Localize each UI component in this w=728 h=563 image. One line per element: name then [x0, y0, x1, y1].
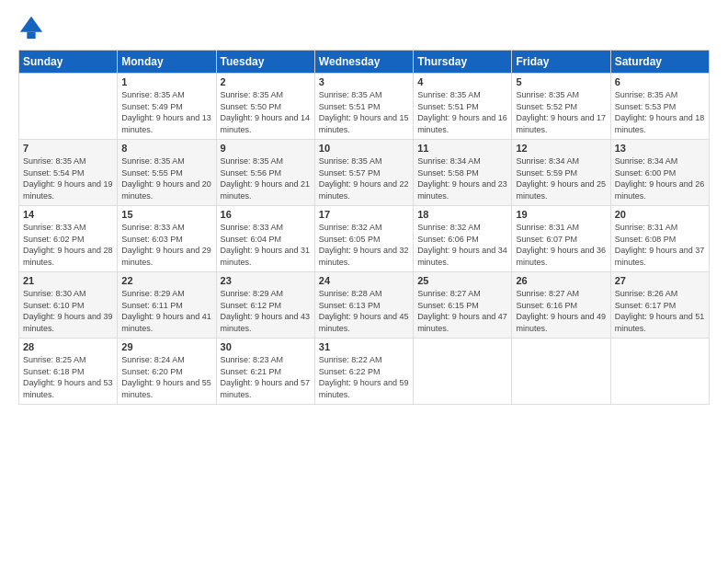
- sunrise-text: Sunrise: 8:35 AM: [319, 90, 382, 99]
- sunset-text: Sunset: 5:55 PM: [121, 168, 183, 178]
- sunrise-text: Sunrise: 8:33 AM: [221, 223, 284, 232]
- calendar-week-1: 1 Sunrise: 8:35 AM Sunset: 5:49 PM Dayli…: [19, 74, 710, 140]
- sunset-text: Sunset: 5:52 PM: [516, 102, 577, 111]
- calendar-cell: 20 Sunrise: 8:31 AM Sunset: 6:08 PM Dayl…: [610, 206, 709, 272]
- sunrise-text: Sunrise: 8:23 AM: [221, 355, 284, 364]
- sunrise-text: Sunrise: 8:33 AM: [23, 223, 86, 232]
- day-info: Sunrise: 8:35 AM Sunset: 5:49 PM Dayligh…: [121, 89, 211, 135]
- sunrise-text: Sunrise: 8:22 AM: [319, 355, 382, 364]
- sunset-text: Sunset: 5:51 PM: [319, 102, 381, 111]
- daylight-text: Daylight: 9 hours and 15 minutes.: [319, 113, 409, 134]
- sunset-text: Sunset: 6:17 PM: [615, 301, 677, 310]
- day-number: 6: [615, 76, 705, 87]
- sunset-text: Sunset: 5:59 PM: [516, 168, 577, 178]
- calendar-cell: [512, 339, 610, 405]
- daylight-text: Daylight: 9 hours and 18 minutes.: [615, 113, 705, 134]
- day-number: 12: [516, 143, 606, 154]
- sunrise-text: Sunrise: 8:35 AM: [221, 90, 284, 99]
- day-number: 14: [23, 209, 113, 220]
- calendar-week-5: 28 Sunrise: 8:25 AM Sunset: 6:18 PM Dayl…: [19, 339, 710, 405]
- day-number: 11: [417, 143, 507, 154]
- sunset-text: Sunset: 6:13 PM: [319, 301, 381, 310]
- header-thursday: Thursday: [414, 51, 512, 74]
- day-info: Sunrise: 8:35 AM Sunset: 5:53 PM Dayligh…: [615, 89, 705, 135]
- daylight-text: Daylight: 9 hours and 36 minutes.: [516, 246, 606, 267]
- sunrise-text: Sunrise: 8:34 AM: [417, 156, 481, 166]
- daylight-text: Daylight: 9 hours and 13 minutes.: [121, 113, 211, 134]
- daylight-text: Daylight: 9 hours and 20 minutes.: [121, 179, 211, 201]
- sunrise-text: Sunrise: 8:27 AM: [417, 289, 481, 298]
- sunset-text: Sunset: 6:03 PM: [121, 235, 183, 244]
- day-info: Sunrise: 8:26 AM Sunset: 6:17 PM Dayligh…: [615, 288, 705, 334]
- daylight-text: Daylight: 9 hours and 32 minutes.: [319, 246, 409, 267]
- day-number: 24: [319, 275, 409, 286]
- daylight-text: Daylight: 9 hours and 17 minutes.: [516, 113, 606, 134]
- day-info: Sunrise: 8:33 AM Sunset: 6:02 PM Dayligh…: [23, 222, 113, 268]
- day-info: Sunrise: 8:32 AM Sunset: 6:05 PM Dayligh…: [319, 222, 409, 268]
- sunset-text: Sunset: 5:53 PM: [615, 102, 677, 111]
- sunset-text: Sunset: 6:18 PM: [23, 367, 85, 376]
- sunset-text: Sunset: 6:21 PM: [221, 367, 282, 376]
- sunset-text: Sunset: 5:57 PM: [319, 168, 381, 178]
- calendar-week-2: 7 Sunrise: 8:35 AM Sunset: 5:54 PM Dayli…: [19, 140, 710, 206]
- day-info: Sunrise: 8:35 AM Sunset: 5:50 PM Dayligh…: [221, 89, 311, 135]
- day-number: 5: [516, 76, 606, 87]
- daylight-text: Daylight: 9 hours and 39 minutes.: [23, 312, 113, 333]
- daylight-text: Daylight: 9 hours and 19 minutes.: [23, 179, 113, 201]
- sunrise-text: Sunrise: 8:35 AM: [319, 156, 382, 166]
- sunrise-text: Sunrise: 8:35 AM: [615, 90, 678, 99]
- sunrise-text: Sunrise: 8:30 AM: [23, 289, 86, 298]
- logo-icon: [18, 15, 44, 40]
- day-info: Sunrise: 8:27 AM Sunset: 6:16 PM Dayligh…: [516, 288, 606, 334]
- daylight-text: Daylight: 9 hours and 21 minutes.: [221, 179, 311, 201]
- day-number: 15: [121, 209, 211, 220]
- daylight-text: Daylight: 9 hours and 25 minutes.: [516, 179, 606, 201]
- daylight-text: Daylight: 9 hours and 43 minutes.: [221, 312, 311, 333]
- calendar-cell: 7 Sunrise: 8:35 AM Sunset: 5:54 PM Dayli…: [19, 140, 118, 206]
- calendar-cell: 6 Sunrise: 8:35 AM Sunset: 5:53 PM Dayli…: [610, 74, 709, 140]
- calendar-cell: 27 Sunrise: 8:26 AM Sunset: 6:17 PM Dayl…: [610, 272, 709, 339]
- sunset-text: Sunset: 5:50 PM: [221, 102, 282, 111]
- day-info: Sunrise: 8:35 AM Sunset: 5:56 PM Dayligh…: [221, 155, 311, 201]
- day-info: Sunrise: 8:32 AM Sunset: 6:06 PM Dayligh…: [417, 222, 507, 268]
- daylight-text: Daylight: 9 hours and 37 minutes.: [615, 246, 705, 267]
- page-header: [18, 15, 710, 40]
- day-number: 27: [615, 275, 705, 286]
- daylight-text: Daylight: 9 hours and 16 minutes.: [417, 113, 507, 134]
- header-saturday: Saturday: [610, 51, 709, 74]
- sunrise-text: Sunrise: 8:34 AM: [516, 156, 579, 166]
- calendar-cell: 19 Sunrise: 8:31 AM Sunset: 6:07 PM Dayl…: [512, 206, 610, 272]
- calendar-week-4: 21 Sunrise: 8:30 AM Sunset: 6:10 PM Dayl…: [19, 272, 710, 339]
- sunrise-text: Sunrise: 8:35 AM: [121, 156, 185, 166]
- day-number: 29: [121, 341, 211, 352]
- day-number: 16: [221, 209, 311, 220]
- calendar-cell: [19, 74, 118, 140]
- calendar-cell: 25 Sunrise: 8:27 AM Sunset: 6:15 PM Dayl…: [414, 272, 512, 339]
- day-number: 25: [417, 275, 507, 286]
- svg-rect-1: [27, 32, 35, 39]
- day-number: 19: [516, 209, 606, 220]
- sunrise-text: Sunrise: 8:31 AM: [615, 223, 678, 232]
- day-info: Sunrise: 8:35 AM Sunset: 5:57 PM Dayligh…: [319, 155, 409, 201]
- day-number: 23: [221, 275, 311, 286]
- calendar-cell: 30 Sunrise: 8:23 AM Sunset: 6:21 PM Dayl…: [216, 339, 314, 405]
- sunrise-text: Sunrise: 8:29 AM: [221, 289, 284, 298]
- sunset-text: Sunset: 6:07 PM: [516, 235, 577, 244]
- day-number: 17: [319, 209, 409, 220]
- calendar-cell: 5 Sunrise: 8:35 AM Sunset: 5:52 PM Dayli…: [512, 74, 610, 140]
- sunrise-text: Sunrise: 8:33 AM: [121, 223, 185, 232]
- sunset-text: Sunset: 5:56 PM: [221, 168, 282, 178]
- sunset-text: Sunset: 6:11 PM: [121, 301, 183, 310]
- day-info: Sunrise: 8:31 AM Sunset: 6:08 PM Dayligh…: [615, 222, 705, 268]
- day-info: Sunrise: 8:28 AM Sunset: 6:13 PM Dayligh…: [319, 288, 409, 334]
- calendar-week-3: 14 Sunrise: 8:33 AM Sunset: 6:02 PM Dayl…: [19, 206, 710, 272]
- daylight-text: Daylight: 9 hours and 26 minutes.: [615, 179, 705, 201]
- sunset-text: Sunset: 6:05 PM: [319, 235, 381, 244]
- day-info: Sunrise: 8:34 AM Sunset: 5:58 PM Dayligh…: [417, 155, 507, 201]
- sunrise-text: Sunrise: 8:35 AM: [121, 90, 185, 99]
- day-number: 21: [23, 275, 113, 286]
- calendar-cell: 14 Sunrise: 8:33 AM Sunset: 6:02 PM Dayl…: [19, 206, 118, 272]
- calendar-cell: 3 Sunrise: 8:35 AM Sunset: 5:51 PM Dayli…: [314, 74, 413, 140]
- calendar-cell: [610, 339, 709, 405]
- header-wednesday: Wednesday: [314, 51, 413, 74]
